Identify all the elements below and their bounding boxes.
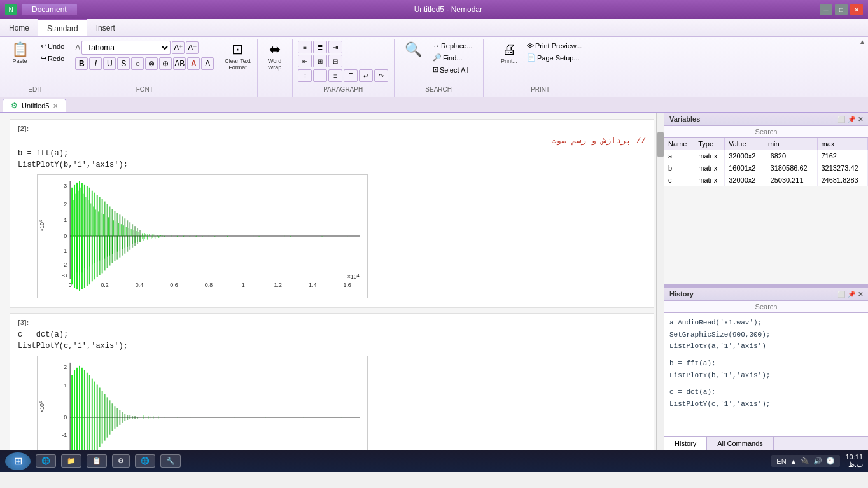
setup-icon: 📄 — [527, 53, 536, 62]
svg-rect-100 — [76, 182, 78, 289]
table-row[interactable]: bmatrix16001x2-3180586.623213273.42 — [664, 162, 868, 174]
replace-label: Replace... — [441, 42, 473, 50]
history-pin-btn[interactable]: 📌 — [848, 291, 855, 298]
strikethrough-button[interactable]: S — [117, 57, 130, 70]
columns-button[interactable]: ⊟ — [328, 55, 342, 67]
svg-rect-169 — [89, 375, 90, 450]
start-button[interactable]: ⊞ — [5, 452, 31, 470]
align-center-button[interactable]: ☰ — [313, 69, 327, 82]
select-all-button[interactable]: ⊡ Select All — [430, 64, 475, 75]
svg-rect-181 — [119, 410, 120, 425]
tab-untitled5[interactable]: ⚙ Untitled5 ✕ — [3, 99, 66, 112]
list-item[interactable]: b = fft(a); — [669, 358, 863, 370]
paste-button[interactable]: 📋 Paste — [4, 41, 36, 66]
svg-rect-170 — [92, 378, 93, 450]
table-row[interactable]: amatrix32000x2-68207162 — [664, 150, 868, 162]
redo-icon: ↪ — [41, 54, 46, 62]
svg-rect-165 — [79, 365, 80, 450]
ribbon-expander[interactable]: ▲ — [858, 37, 868, 46]
list-item[interactable]: SetGraphicSize(900,300); — [669, 329, 863, 341]
circlex-button[interactable]: ⊗ — [145, 57, 158, 70]
align-right-button[interactable]: ≡ — [328, 69, 342, 82]
svg-rect-112 — [107, 204, 108, 268]
print-preview-button[interactable]: 👁 Print Preview... — [524, 41, 584, 51]
list-bullet-button[interactable]: ≡ — [298, 41, 312, 53]
font-size-decrease[interactable]: A⁻ — [186, 41, 199, 54]
var-cell-max: 3213273.42 — [817, 162, 868, 174]
highlight-button[interactable]: A — [201, 57, 214, 70]
list-item[interactable]: ListPlotY(c,'1','axis'); — [669, 398, 863, 410]
circle-button[interactable]: ○ — [131, 57, 144, 70]
taskbar-app3[interactable]: 📋 — [87, 454, 107, 468]
app5-icon: 🌐 — [141, 457, 150, 465]
tab-close-icon[interactable]: ✕ — [53, 102, 58, 109]
minimize-button[interactable]: ─ — [820, 4, 832, 15]
para-special2[interactable]: ↷ — [374, 69, 388, 82]
table-row[interactable]: cmatrix32000x2-25030.21124681.8283 — [664, 174, 868, 186]
list-item[interactable]: ListPlotY(a,'1','axis') — [669, 340, 863, 352]
italic-button[interactable]: I — [89, 57, 102, 70]
para-special1[interactable]: ↵ — [359, 69, 373, 82]
svg-rect-195 — [158, 416, 159, 419]
word-wrap-button[interactable]: ⬌ WordWrap — [262, 41, 288, 73]
variables-pin-btn[interactable]: 📌 — [848, 116, 855, 123]
variables-close-btn[interactable]: ✕ — [858, 116, 863, 123]
taskbar-app5[interactable]: 🌐 — [135, 454, 155, 468]
editor-scrollbar[interactable] — [656, 113, 664, 450]
history-tab-all-commands[interactable]: All Commands — [707, 437, 774, 450]
align-justify-button[interactable]: Ξ — [344, 69, 358, 82]
list-item[interactable]: ListPlotY(b,'1','axis'); — [669, 370, 863, 382]
ab-button[interactable]: AB — [173, 57, 186, 70]
indent2-button[interactable]: ⇤ — [298, 55, 312, 67]
maximize-button[interactable]: □ — [835, 4, 848, 15]
find-replace-button[interactable]: 🔍 — [402, 41, 428, 59]
history-close-btn[interactable]: ✕ — [858, 291, 863, 298]
underline-button[interactable]: U — [103, 57, 116, 70]
taskbar-app4[interactable]: ⚙ — [112, 454, 130, 468]
font-dropdown[interactable]: Tahoma — [81, 41, 171, 55]
close-button[interactable]: ✕ — [850, 4, 863, 15]
history-search[interactable] — [664, 301, 868, 313]
list-item[interactable] — [669, 381, 863, 386]
svg-rect-110 — [102, 199, 103, 273]
svg-text:1: 1 — [242, 282, 245, 288]
variables-search[interactable] — [664, 126, 868, 138]
history-restore-btn[interactable]: ⬜ — [837, 291, 845, 298]
clock-icon: 🕙 — [826, 457, 835, 465]
var-cell-type: matrix — [694, 150, 725, 162]
taskbar-explorer[interactable]: 📁 — [61, 454, 81, 468]
list-item[interactable]: a=AudioRead('x1.wav'); — [669, 317, 863, 329]
svg-rect-194 — [153, 416, 154, 419]
edit-content: 📋 Paste ↩ Undo ↪ Redo — [4, 41, 67, 83]
list-item[interactable]: c = dct(a); — [669, 386, 863, 398]
menu-insert[interactable]: Insert — [87, 19, 124, 36]
redo-button[interactable]: ↪ Redo — [38, 53, 67, 64]
align-left-button[interactable]: ⫶ — [298, 69, 312, 82]
font-color-button[interactable]: A — [187, 57, 200, 70]
list-item[interactable] — [669, 352, 863, 358]
history-content: a=AudioRead('x1.wav');SetGraphicSize(900… — [664, 313, 868, 436]
menu-home[interactable]: Home — [0, 19, 38, 36]
circlex2-button[interactable]: ⊕ — [159, 57, 172, 70]
menu-standard[interactable]: Standard — [38, 19, 87, 36]
clear-format-button[interactable]: ⊡ Clear TextFormat — [222, 41, 253, 73]
taskbar-ie[interactable]: 🌐 — [36, 454, 56, 468]
history-tab-history[interactable]: History — [664, 437, 707, 450]
editor-scroll[interactable]: [2]: // پردازش و رسم صوت b = fft(a);List… — [0, 113, 664, 450]
page-setup-button[interactable]: 📄 Page Setup... — [524, 52, 584, 63]
font-size-increase[interactable]: A⁺ — [172, 41, 185, 54]
svg-text:0: 0 — [64, 232, 67, 239]
variables-restore-btn[interactable]: ⬜ — [837, 116, 845, 123]
find-button[interactable]: 🔎 Find... — [430, 52, 475, 63]
bold-button[interactable]: B — [75, 57, 88, 70]
scrollbar-thumb[interactable] — [657, 132, 664, 157]
taskbar-app6[interactable]: 🔧 — [160, 454, 181, 468]
list-number-button[interactable]: ≣ — [313, 41, 327, 53]
print-big-button[interactable]: 🖨 Print... — [496, 41, 522, 66]
formatting-row: B I U S ○ ⊗ ⊕ AB A A — [75, 57, 214, 70]
table-button[interactable]: ⊞ — [313, 55, 327, 67]
ribbon-group-paragraph: ≡ ≣ ⇥ ⇤ ⊞ ⊟ ⫶ ☰ ≡ Ξ ↵ ↷ PARAGRAPH — [293, 39, 395, 97]
indent-button[interactable]: ⇥ — [328, 41, 342, 53]
undo-button[interactable]: ↩ Undo — [38, 41, 67, 52]
replace-button[interactable]: ↔ Replace... — [430, 41, 475, 51]
